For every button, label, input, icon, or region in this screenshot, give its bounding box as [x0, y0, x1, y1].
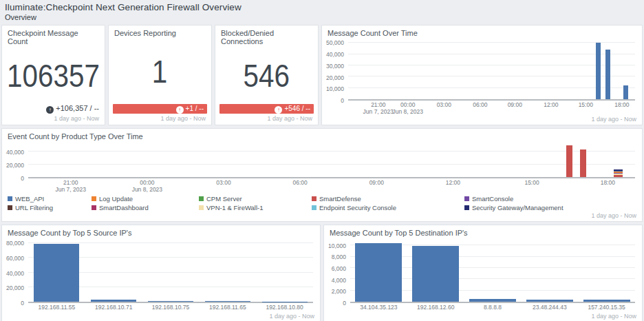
y-axis-label: 0 — [343, 300, 346, 307]
y-axis-label: 0 — [21, 300, 24, 307]
gridline — [348, 76, 635, 76]
legend-item-web-api[interactable]: WEB_API — [8, 195, 92, 203]
time-range-label: 1 day ago - Now — [215, 114, 318, 125]
x-axis-label: 09:00 — [508, 101, 522, 109]
bar[interactable] — [623, 85, 628, 99]
y-axis-label: 80,000 — [6, 240, 24, 247]
legend-item-log-update[interactable]: Log Update — [92, 195, 199, 203]
x-axis-label: 12:00 — [446, 178, 460, 187]
bar[interactable] — [205, 301, 250, 302]
message-count-over-time-chart: 010,00020,00030,00040,00050,000 21:00Jun… — [322, 41, 635, 115]
bar-segment-smartdefense[interactable] — [580, 149, 586, 177]
legend-swatch — [312, 205, 316, 210]
single-value-body: 546 — [215, 46, 318, 104]
x-axis-label: 18:00 — [601, 178, 615, 187]
bar[interactable] — [596, 43, 601, 99]
top5-source-ips-chart: 020,00040,00060,00080,000 192.168.11.551… — [2, 240, 313, 312]
bar[interactable] — [583, 300, 630, 302]
x-axis-label: 15:00 — [579, 101, 593, 109]
legend-item-url-filtering[interactable]: URL Filtering — [8, 204, 92, 211]
bar[interactable] — [355, 243, 402, 302]
gridline — [28, 151, 635, 152]
y-axis-label: 60,000 — [6, 255, 24, 262]
legend-swatch — [312, 196, 316, 201]
legend-item-endpoint-security-console[interactable]: Endpoint Security Console — [312, 204, 464, 211]
panel-checkpoint-message-count: Checkpoint Message Count 106357 ↑+106,35… — [1, 25, 105, 125]
bar-segment-log-update[interactable] — [614, 172, 623, 172]
dashboard: Iluminate:Checkpoint Next Generation Fir… — [0, 0, 644, 321]
y-axis-label: 0 — [21, 175, 24, 182]
panel-title: Event Count by Product Type Over Time — [2, 129, 642, 141]
gridline — [348, 42, 635, 43]
y-axis-label: 40,000 — [326, 51, 344, 58]
legend-item-smartconsole[interactable]: SmartConsole — [464, 195, 636, 203]
legend-label: CPM Server — [206, 195, 242, 203]
bar[interactable] — [148, 301, 193, 302]
x-axis-label: 09:00 — [369, 178, 384, 187]
x-axis-label: 12:00 — [544, 101, 558, 109]
bar[interactable] — [91, 300, 136, 302]
panel-title: Message Count Over Time — [322, 25, 642, 38]
single-value: 546 — [244, 56, 290, 94]
trend-indicator: ↑+106,357 / -- — [6, 104, 100, 114]
top5-destination-ips-chart: 02,0004,0006,0008,00010,000 34.104.35.12… — [324, 240, 635, 312]
x-axis-label: 06:00 — [473, 101, 487, 109]
y-axis-label: 6,000 — [332, 265, 346, 272]
bar-segment-security-gateway-management[interactable] — [614, 169, 623, 170]
legend-label: Endpoint Security Console — [319, 204, 396, 211]
plot-area[interactable] — [350, 240, 635, 303]
y-axis-label: 2,000 — [332, 288, 346, 295]
legend-item-vpn-1-firewall-1[interactable]: VPN-1 & FireWall-1 — [199, 204, 312, 211]
bar[interactable] — [34, 244, 79, 302]
gridline — [28, 242, 313, 243]
legend-item-cpm-server[interactable]: CPM Server — [199, 195, 312, 203]
x-axis-label: 192.168.10.80 — [266, 303, 303, 311]
single-value-body: 1 — [109, 38, 211, 104]
y-axis-label: 50,000 — [326, 39, 344, 46]
legend-label: Log Update — [99, 195, 133, 203]
single-value-body: 106357 — [2, 46, 105, 104]
bar[interactable] — [469, 299, 516, 302]
y-axis-label: 10,000 — [328, 242, 346, 249]
x-axis-label: 21:00Jun 7, 2023 — [56, 178, 86, 193]
bar-segment-smartdefense[interactable] — [614, 175, 623, 177]
y-axis-label: 8,000 — [332, 253, 346, 260]
y-axis-label: 20,000 — [6, 284, 24, 291]
plot-area[interactable] — [28, 144, 635, 178]
bar-segment-vpn-1-firewall-1[interactable] — [614, 174, 623, 175]
trend-indicator-banner: ↑+546 / -- — [219, 104, 314, 114]
time-range-label: 1 day ago - Now — [324, 312, 642, 321]
plot-area[interactable] — [28, 240, 313, 303]
bar[interactable] — [605, 50, 610, 99]
legend-item-security-gateway-management[interactable]: Security Gateway/Management — [464, 204, 636, 211]
legend-swatch — [8, 196, 12, 201]
time-range-label: 1 day ago - Now — [109, 114, 211, 125]
plot-area[interactable] — [348, 41, 635, 101]
x-axis-label: 21:00Jun 7, 2023 — [363, 101, 394, 115]
x-axis-label: 15:00 — [524, 178, 539, 187]
legend-item-smartdefense[interactable]: SmartDefense — [312, 195, 464, 203]
trend-row: ↑+106,357 / -- — [2, 104, 105, 114]
legend-label: URL Filtering — [15, 204, 53, 211]
x-axis-label: 8.8.8.8 — [484, 303, 502, 311]
x-axis: 21:00Jun 7, 202300:00Jun 8, 202303:0006:… — [348, 101, 635, 115]
trend-indicator-banner: ↑+1 / -- — [113, 104, 207, 114]
legend-swatch — [199, 205, 204, 210]
bar-segment-smartdefense[interactable] — [566, 145, 572, 177]
x-axis-label: 00:00Jun 8, 2023 — [132, 178, 162, 193]
chart-legend: WEB_APILog UpdateCPM ServerSmartDefenseS… — [2, 193, 642, 211]
time-range-label: 1 day ago - Now — [322, 115, 642, 125]
dashboard-header: Iluminate:Checkpoint Next Generation Fir… — [1, 0, 643, 25]
x-axis-label: 192.168.11.55 — [39, 303, 76, 311]
panel-event-count-by-product-type: Event Count by Product Type Over Time 02… — [1, 128, 643, 222]
legend-label: SmartConsole — [472, 195, 513, 203]
bar[interactable] — [412, 246, 459, 302]
y-axis: 010,00020,00030,00040,00050,000 — [322, 41, 348, 101]
bottom-row: Message Count by Top 5 Source IP's 020,0… — [1, 225, 643, 321]
x-axis: 34.104.35.123192.168.12.608.8.8.823.48.2… — [350, 303, 635, 312]
bar-segment-web-api[interactable] — [614, 171, 623, 172]
bar-segment-smartconsole[interactable] — [614, 173, 623, 174]
legend-item-smartdashboard[interactable]: SmartDashboard — [92, 204, 199, 211]
bar[interactable] — [526, 300, 573, 302]
y-axis-label: 20,000 — [326, 74, 344, 81]
